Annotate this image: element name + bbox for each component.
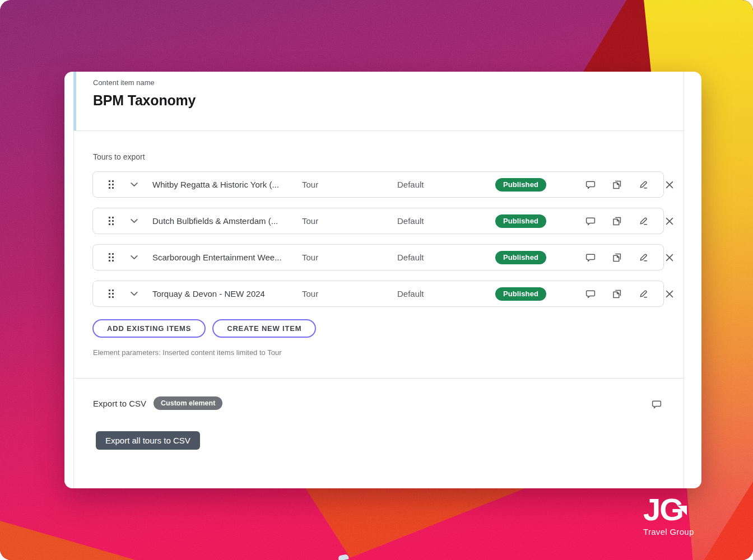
comment-icon[interactable] (585, 216, 596, 227)
tour-collection: Default (397, 216, 495, 226)
status-badge: Published (495, 251, 546, 264)
duplicate-icon[interactable] (611, 252, 622, 263)
edit-icon[interactable] (638, 288, 649, 300)
remove-icon[interactable] (664, 179, 675, 190)
status-badge: Published (495, 214, 546, 228)
tour-collection: Default (397, 180, 495, 189)
duplicate-icon[interactable] (611, 179, 622, 190)
add-existing-items-button[interactable]: ADD EXISTING ITEMS (92, 319, 206, 338)
status-badge: Published (495, 178, 546, 192)
tour-title[interactable]: Whitby Regatta & Historic York (... (152, 180, 302, 189)
duplicate-icon[interactable] (611, 216, 622, 227)
drag-handle-icon[interactable] (108, 180, 122, 189)
export-csv-button[interactable]: Export all tours to CSV (96, 431, 200, 450)
section-divider (73, 378, 684, 379)
chevron-down-icon[interactable] (129, 180, 152, 189)
edit-icon[interactable] (638, 179, 649, 190)
comment-icon[interactable] (585, 288, 596, 300)
screenshot-stage: Content item name BPM Taxonomy Tours to … (0, 0, 753, 560)
edit-icon[interactable] (638, 252, 649, 263)
edit-icon[interactable] (638, 216, 649, 227)
tour-type: Tour (302, 216, 397, 226)
status-badge: Published (495, 287, 546, 301)
remove-icon[interactable] (664, 216, 675, 227)
logo-initials: JG (643, 494, 694, 525)
background-light-sliver (338, 554, 348, 560)
content-item-card: Content item name BPM Taxonomy Tours to … (64, 72, 701, 488)
comment-icon[interactable] (585, 179, 596, 190)
drag-handle-icon[interactable] (108, 253, 122, 262)
content-item-name-label: Content item name (93, 78, 196, 87)
card-left-divider (73, 130, 74, 488)
tour-type: Tour (302, 180, 397, 189)
card-right-divider (684, 72, 684, 488)
drag-handle-icon[interactable] (108, 216, 122, 226)
tour-row[interactable]: Whitby Regatta & Historic York (... Tour… (92, 171, 664, 198)
tour-collection: Default (397, 253, 495, 262)
tours-list: Whitby Regatta & Historic York (... Tour… (92, 171, 664, 317)
tour-title[interactable]: Torquay & Devon - NEW 2024 (152, 289, 302, 298)
chevron-down-icon[interactable] (129, 253, 152, 262)
tour-row[interactable]: Scarborough Entertainment Wee... Tour De… (92, 244, 664, 270)
header-accent-strip (73, 72, 76, 130)
remove-icon[interactable] (664, 288, 675, 300)
tour-row[interactable]: Dutch Bulbfields & Amsterdam (... Tour D… (92, 208, 664, 234)
tour-type: Tour (302, 289, 397, 298)
chevron-down-icon[interactable] (129, 289, 152, 298)
create-new-item-button[interactable]: CREATE NEW ITEM (212, 319, 316, 338)
content-item-title[interactable]: BPM Taxonomy (93, 92, 196, 109)
tours-section-label: Tours to export (93, 152, 145, 161)
comment-icon[interactable] (651, 399, 662, 410)
chevron-down-icon[interactable] (129, 216, 152, 226)
tour-title[interactable]: Dutch Bulbfields & Amsterdam (... (152, 216, 302, 226)
drag-handle-icon[interactable] (108, 289, 122, 298)
remove-icon[interactable] (664, 252, 675, 263)
logo-subtitle: Travel Group (643, 527, 694, 536)
tour-title[interactable]: Scarborough Entertainment Wee... (152, 253, 302, 262)
header-divider (73, 130, 684, 131)
tour-row[interactable]: Torquay & Devon - NEW 2024 Tour Default … (92, 281, 664, 307)
element-parameters-note: Element parameters: Inserted content ite… (93, 348, 281, 357)
tour-collection: Default (397, 289, 495, 298)
comment-icon[interactable] (585, 252, 596, 263)
tour-type: Tour (302, 253, 397, 262)
duplicate-icon[interactable] (611, 288, 622, 300)
custom-element-badge: Custom element (154, 396, 222, 410)
export-section-label: Export to CSV (93, 399, 146, 408)
jg-travel-group-logo: JG Travel Group (643, 494, 694, 536)
